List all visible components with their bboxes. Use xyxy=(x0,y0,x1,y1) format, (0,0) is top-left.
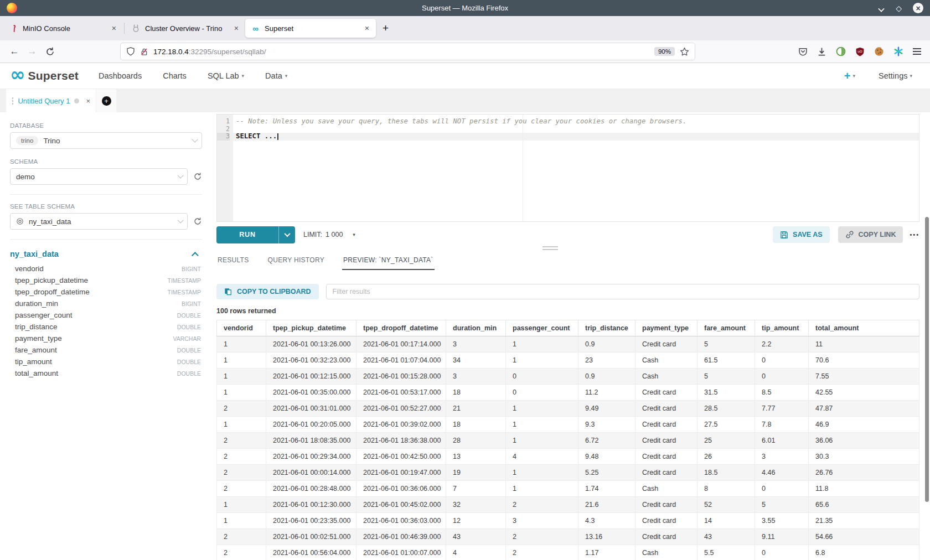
back-button[interactable]: ← xyxy=(6,46,23,57)
limit-dropdown[interactable]: LIMIT: 1 000 ▾ xyxy=(303,231,355,238)
pocket-icon[interactable] xyxy=(798,47,808,56)
extension-asterisk-icon[interactable] xyxy=(893,46,903,56)
zoom-level-badge[interactable]: 90% xyxy=(654,47,675,56)
menu-dashboards[interactable]: Dashboards xyxy=(99,71,142,80)
table-cell: 2021-06-01 00:29:34.000 xyxy=(266,449,356,465)
run-query-button[interactable]: RUN xyxy=(216,226,295,243)
table-row[interactable]: 22021-06-01 00:02:51.0002021-06-01 00:46… xyxy=(217,529,919,545)
window-maximize-icon[interactable]: ◇ xyxy=(896,4,902,12)
table-row[interactable]: 12021-06-01 00:32:23.0002021-06-01 01:07… xyxy=(217,352,919,369)
column-header-vendorid[interactable]: vendorid xyxy=(217,320,266,336)
close-query-tab-icon[interactable]: × xyxy=(86,97,90,105)
column-header-passenger_count[interactable]: passenger_count xyxy=(506,320,578,336)
column-header-fare_amount[interactable]: fare_amount xyxy=(698,320,755,336)
column-header-tpep_dropoff_datetime[interactable]: tpep_dropoff_datetime xyxy=(356,320,446,336)
refresh-schemas-icon[interactable] xyxy=(193,172,202,181)
table-cell: 46.9 xyxy=(809,417,919,433)
column-list-item[interactable]: fare_amountDOUBLE xyxy=(10,344,202,356)
editor-code-area[interactable]: -- Note: Unless you save your query, the… xyxy=(233,115,919,221)
column-header-trip_distance[interactable]: trip_distance xyxy=(578,320,636,336)
menu-sql-lab[interactable]: SQL Lab▾ xyxy=(208,71,244,80)
close-tab-icon[interactable]: × xyxy=(111,24,117,33)
table-row[interactable]: 22021-06-01 18:08:35.0002021-06-01 18:36… xyxy=(217,433,919,449)
new-query-tab-button[interactable]: + xyxy=(96,89,116,112)
settings-menu[interactable]: Settings▾ xyxy=(879,71,912,80)
superset-logo[interactable]: ∞ Superset xyxy=(10,69,79,82)
ublock-shield-icon[interactable]: uO xyxy=(855,47,865,56)
column-header-duration_min[interactable]: duration_min xyxy=(446,320,506,336)
column-list-item[interactable]: total_amountDOUBLE xyxy=(10,367,202,379)
browser-tab-minio[interactable]: MinIO Console × xyxy=(3,19,123,38)
table-row[interactable]: 12021-06-01 00:13:26.0002021-06-01 00:17… xyxy=(217,336,919,352)
more-options-button[interactable]: ••• xyxy=(910,231,919,238)
table-schema-title[interactable]: ny_taxi_data xyxy=(10,250,59,258)
close-tab-icon[interactable]: × xyxy=(364,24,370,33)
column-list-item[interactable]: trip_distanceDOUBLE xyxy=(10,321,202,333)
save-as-button[interactable]: SAVE AS xyxy=(773,226,830,243)
url-text[interactable]: 172.18.0.4:32295/superset/sqllab/ xyxy=(153,48,649,56)
close-tab-icon[interactable]: × xyxy=(233,24,240,33)
run-options-chevron[interactable] xyxy=(278,226,295,243)
main-menu: Dashboards Charts SQL Lab▾ Data▾ xyxy=(99,71,287,80)
table-row[interactable]: 22021-06-01 00:56:04.0002021-06-01 01:00… xyxy=(217,545,919,560)
copy-to-clipboard-button[interactable]: COPY TO CLIPBOARD xyxy=(216,284,319,299)
menu-hamburger-icon[interactable] xyxy=(913,48,921,55)
column-header-tpep_pickup_datetime[interactable]: tpep_pickup_datetime xyxy=(266,320,356,336)
column-header-total_amount[interactable]: total_amount xyxy=(809,320,919,336)
browser-tab-trino[interactable]: Cluster Overview - Trino × xyxy=(126,19,245,38)
schema-select[interactable]: demo xyxy=(10,168,188,185)
results-table-container[interactable]: vendoridtpep_pickup_datetimetpep_dropoff… xyxy=(216,320,919,560)
svg-text:uO: uO xyxy=(857,50,862,53)
vertical-scrollbar-thumb[interactable] xyxy=(925,217,929,502)
table-row[interactable]: 22021-06-01 00:00:14.0002021-06-01 00:19… xyxy=(217,465,919,481)
tab-query-history[interactable]: QUERY HISTORY xyxy=(267,256,326,270)
bookmark-star-icon[interactable] xyxy=(680,47,689,56)
collapse-chevron-icon[interactable] xyxy=(192,252,199,259)
table-row[interactable]: 22021-06-01 00:29:34.0002021-06-01 00:42… xyxy=(217,449,919,465)
table-row[interactable]: 12021-06-01 00:20:05.0002021-06-01 00:39… xyxy=(217,417,919,433)
sql-editor[interactable]: 1 2 3 -- Note: Unless you save your quer… xyxy=(216,114,919,222)
filter-results-input[interactable] xyxy=(326,284,919,299)
column-list-item[interactable]: tip_amountDOUBLE xyxy=(10,356,202,367)
column-header-tip_amount[interactable]: tip_amount xyxy=(755,320,809,336)
menu-charts[interactable]: Charts xyxy=(163,71,187,80)
table-row[interactable]: 12021-06-01 00:35:00.0002021-06-01 00:53… xyxy=(217,385,919,401)
database-select[interactable]: trino Trino xyxy=(10,132,202,149)
browser-tab-title: MinIO Console xyxy=(23,24,106,33)
downloads-icon[interactable] xyxy=(817,47,826,56)
reload-button[interactable] xyxy=(41,47,59,56)
table-row[interactable]: 12021-06-01 00:12:15.0002021-06-01 00:15… xyxy=(217,369,919,385)
table-row[interactable]: 12021-06-01 00:23:35.0002021-06-01 00:36… xyxy=(217,513,919,529)
table-row[interactable]: 22021-06-01 00:28:48.0002021-06-01 00:36… xyxy=(217,481,919,497)
new-tab-button[interactable]: + xyxy=(376,22,395,34)
tab-preview-table[interactable]: PREVIEW: `NY_TAXI_DATA` xyxy=(342,256,435,270)
url-bar[interactable]: 172.18.0.4:32295/superset/sqllab/ 90% xyxy=(121,43,695,60)
forward-button[interactable]: → xyxy=(23,46,41,57)
column-header-payment_type[interactable]: payment_type xyxy=(636,320,698,336)
shield-icon[interactable] xyxy=(126,47,135,56)
table-row[interactable]: 12021-06-01 00:12:30.0002021-06-01 00:45… xyxy=(217,497,919,513)
new-item-dropdown[interactable]: +▾ xyxy=(844,70,855,81)
column-list-item[interactable]: tpep_pickup_datetimeTIMESTAMP xyxy=(10,274,202,286)
column-list-item[interactable]: payment_typeVARCHAR xyxy=(10,333,202,344)
query-tab-active[interactable]: Untitled Query 1 × xyxy=(6,89,96,112)
browser-tab-superset[interactable]: ∞ Superset × xyxy=(245,19,376,38)
refresh-tables-icon[interactable] xyxy=(193,217,202,226)
extension-green-icon[interactable] xyxy=(836,46,846,56)
drag-handle-icon[interactable] xyxy=(12,97,13,105)
menu-data[interactable]: Data▾ xyxy=(265,71,287,80)
pane-resize-handle[interactable] xyxy=(542,246,558,250)
column-list-item[interactable]: duration_minBIGINT xyxy=(10,298,202,309)
run-button-label[interactable]: RUN xyxy=(216,226,278,243)
table-select[interactable]: ny_taxi_data xyxy=(10,213,188,230)
tab-results[interactable]: RESULTS xyxy=(216,256,250,270)
column-list-item[interactable]: tpep_dropoff_datetimeTIMESTAMP xyxy=(10,286,202,298)
cookie-extension-icon[interactable] xyxy=(874,46,884,56)
window-close-button[interactable]: × xyxy=(913,3,923,13)
column-list-item[interactable]: passenger_countDOUBLE xyxy=(10,309,202,321)
window-restore-down-icon[interactable] xyxy=(878,6,885,10)
table-row[interactable]: 22021-06-01 00:31:01.0002021-06-01 00:52… xyxy=(217,401,919,417)
copy-link-button[interactable]: COPY LINK xyxy=(838,226,903,243)
column-list-item[interactable]: vendoridBIGINT xyxy=(10,263,202,274)
lock-insecure-icon[interactable] xyxy=(140,48,148,56)
